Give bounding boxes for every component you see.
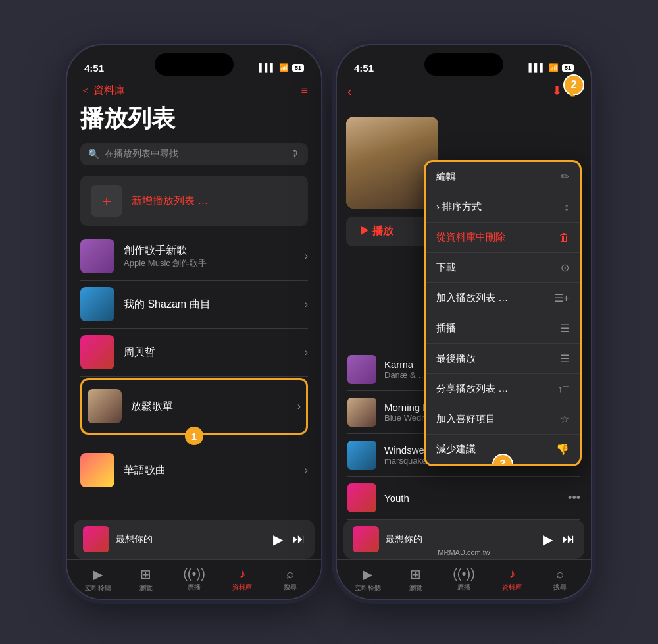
left-phone: 4:51 ▌▌▌ 📶 51 ＜ 資料庫 ≡ 播放列表 🔍 在播放列表中尋找 🎙 … bbox=[66, 44, 322, 600]
playlist-item-1[interactable]: 創作歌手新歌 Apple Music 創作歌手 › bbox=[80, 232, 308, 281]
song-thumb-windswept bbox=[347, 441, 376, 470]
chevron-2: › bbox=[305, 298, 308, 310]
status-icons-right: ▌▌▌ 📶 51 bbox=[528, 63, 574, 72]
tab-search-icon-left: ⌕ bbox=[286, 566, 294, 581]
playlist-thumb-3 bbox=[80, 335, 114, 369]
tab-library-right[interactable]: ♪ 資料庫 bbox=[488, 566, 536, 592]
play-icon-left[interactable]: ▶ bbox=[273, 531, 283, 547]
tab-search-left[interactable]: ⌕ 搜尋 bbox=[266, 566, 315, 592]
playlist-name-3: 周興哲 bbox=[124, 346, 295, 360]
tab-browse-icon-right: ⊞ bbox=[410, 566, 421, 582]
menu-share-label: 分享播放列表 … bbox=[436, 383, 508, 395]
menu-less-label: 減少建議 bbox=[436, 443, 476, 456]
playlist-item-3[interactable]: 周興哲 › bbox=[80, 329, 308, 377]
signal-icon: ▌▌▌ bbox=[259, 63, 276, 72]
menu-item-sort[interactable]: › 排序方式 ↕ bbox=[426, 192, 580, 223]
signal-icon-right: ▌▌▌ bbox=[528, 63, 545, 72]
tab-browse-right[interactable]: ⊞ 瀏覽 bbox=[392, 566, 440, 593]
menu-sort-label: › 排序方式 bbox=[436, 201, 482, 213]
back-button-right[interactable]: ‹ bbox=[347, 84, 352, 99]
menu-play-last-label: 最後播放 bbox=[436, 352, 476, 365]
left-screen: ＜ 資料庫 ≡ 播放列表 🔍 在播放列表中尋找 🎙 ＋ 新增播放列表 … 創作歌… bbox=[67, 81, 321, 599]
play-button-label: ▶ 播放 bbox=[359, 225, 393, 238]
annotation-1: 1 bbox=[185, 427, 203, 445]
tab-library-left[interactable]: ♪ 資料庫 bbox=[218, 566, 266, 592]
add-playlist-button[interactable]: ＋ 新增播放列表 … bbox=[80, 176, 308, 226]
song-info-youth: Youth bbox=[384, 493, 560, 504]
menu-download-icon: ⊙ bbox=[561, 261, 569, 274]
mini-player-left[interactable]: 最想你的 ▶ ⏭ bbox=[74, 520, 315, 559]
search-placeholder-left: 在播放列表中尋找 bbox=[105, 148, 178, 160]
tab-library-label-left: 資料庫 bbox=[232, 583, 252, 592]
menu-download-label: 下載 bbox=[436, 261, 456, 274]
playlist-thumb-1 bbox=[80, 239, 114, 273]
mini-player-title-left: 最想你的 bbox=[116, 533, 266, 545]
tab-radio-icon-right: ((•)) bbox=[453, 566, 475, 581]
tab-search-right[interactable]: ⌕ 搜尋 bbox=[536, 566, 584, 592]
menu-play-next-icon: ☰ bbox=[560, 322, 569, 335]
tab-radio-right[interactable]: ((•)) 廣播 bbox=[440, 566, 488, 592]
wifi-icon: 📶 bbox=[279, 63, 289, 72]
playlist-item-4-highlighted[interactable]: 放鬆歌單 › bbox=[88, 383, 301, 430]
tab-listen-left[interactable]: ▶ 立即聆聽 bbox=[74, 566, 122, 593]
menu-share-icon: ↑□ bbox=[557, 383, 569, 395]
watermark: MRMAD.com.tw bbox=[438, 549, 490, 556]
tab-browse-label-right: 瀏覽 bbox=[409, 583, 422, 593]
playlist-list: ＋ 新增播放列表 … 創作歌手新歌 Apple Music 創作歌手 › 我的 … bbox=[67, 176, 321, 494]
playlist-name-5: 華語歌曲 bbox=[124, 464, 295, 477]
playlist-name-2: 我的 Shazam 曲目 bbox=[124, 298, 295, 311]
menu-item-edit[interactable]: 編輯 ✏ bbox=[426, 162, 580, 192]
song-more-youth[interactable]: ••• bbox=[568, 491, 580, 505]
back-button-left[interactable]: ＜ 資料庫 bbox=[80, 84, 125, 97]
mini-controls-left: ▶ ⏭ bbox=[273, 531, 305, 547]
menu-item-share[interactable]: 分享播放列表 … ↑□ bbox=[426, 374, 580, 404]
mini-player-title-right: 最想你的 bbox=[386, 533, 536, 545]
tab-radio-left[interactable]: ((•)) 廣播 bbox=[170, 566, 218, 592]
playlist-sub-1: Apple Music 創作歌手 bbox=[124, 257, 295, 269]
menu-add-playlist-label: 加入播放列表 … bbox=[436, 292, 508, 304]
song-item-youth[interactable]: Youth ••• bbox=[347, 477, 580, 520]
song-thumb-karma bbox=[347, 355, 376, 384]
menu-item-play-last[interactable]: 最後播放 ☰ bbox=[426, 344, 580, 374]
chevron-5: › bbox=[305, 464, 308, 476]
tab-radio-icon-left: ((•)) bbox=[183, 566, 205, 581]
tab-listen-label-left: 立即聆聽 bbox=[85, 583, 111, 593]
menu-item-add-playlist[interactable]: 加入播放列表 … ☰+ bbox=[426, 283, 580, 313]
menu-item-favorite[interactable]: 加入喜好項目 ☆ bbox=[426, 404, 580, 435]
menu-item-play-next[interactable]: 插播 ☰ bbox=[426, 313, 580, 344]
song-thumb-youth bbox=[347, 483, 376, 512]
tab-radio-label-left: 廣播 bbox=[188, 583, 201, 592]
chevron-4: › bbox=[297, 400, 301, 412]
menu-item-delete[interactable]: 從資料庫中刪除 🗑 bbox=[426, 223, 580, 253]
time-right: 4:51 bbox=[354, 63, 374, 74]
playlist-item-5[interactable]: 華語歌曲 › bbox=[80, 446, 308, 494]
skip-icon-right[interactable]: ⏭ bbox=[562, 531, 575, 547]
playlist-info-4: 放鬆歌單 bbox=[131, 400, 288, 414]
menu-button-left[interactable]: ≡ bbox=[301, 84, 308, 97]
tab-listen-icon-left: ▶ bbox=[93, 566, 103, 582]
playlist-item-2[interactable]: 我的 Shazam 曲目 › bbox=[80, 281, 308, 329]
right-screen: ‹ ⬇ … ▶ 播放 3 編輯 ✏ › 排序方式 ↕ 從 bbox=[337, 81, 591, 599]
add-playlist-label: 新增播放列表 … bbox=[132, 194, 208, 208]
skip-icon-left[interactable]: ⏭ bbox=[292, 531, 305, 547]
play-icon-right[interactable]: ▶ bbox=[543, 531, 553, 547]
tab-listen-right[interactable]: ▶ 立即聆聽 bbox=[343, 566, 392, 593]
tab-browse-left[interactable]: ⊞ 瀏覽 bbox=[122, 566, 170, 593]
playlist-info-1: 創作歌手新歌 Apple Music 創作歌手 bbox=[124, 244, 295, 269]
status-icons-left: ▌▌▌ 📶 51 bbox=[259, 63, 304, 72]
dynamic-island-right bbox=[424, 53, 503, 76]
playlist-name-4: 放鬆歌單 bbox=[131, 400, 288, 414]
tab-library-icon-right: ♪ bbox=[509, 566, 515, 581]
menu-edit-icon: ✏ bbox=[561, 171, 569, 183]
tab-search-icon-right: ⌕ bbox=[556, 566, 564, 581]
song-name-youth: Youth bbox=[384, 493, 560, 504]
dynamic-island-left bbox=[155, 53, 234, 76]
playlist-info-3: 周興哲 bbox=[124, 346, 295, 360]
menu-item-download[interactable]: 下載 ⊙ bbox=[426, 253, 580, 283]
search-bar-left[interactable]: 🔍 在播放列表中尋找 🎙 bbox=[80, 143, 308, 165]
download-icon-right[interactable]: ⬇ bbox=[552, 84, 562, 98]
back-icon-right: ‹ bbox=[347, 84, 352, 98]
tab-browse-icon-left: ⊞ bbox=[140, 566, 151, 582]
menu-play-last-icon: ☰ bbox=[560, 352, 569, 365]
right-phone: 4:51 ▌▌▌ 📶 51 2 ↙ ‹ ⬇ … ▶ 播放 3 編輯 bbox=[336, 44, 592, 600]
